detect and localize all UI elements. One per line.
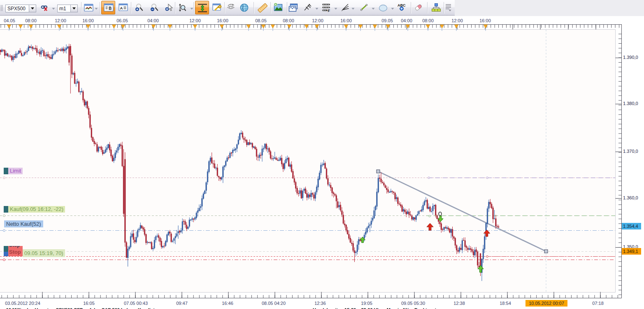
svg-text:A: A (120, 6, 123, 10)
svg-text:F: F (328, 9, 330, 13)
svg-text:B: B (109, 6, 112, 11)
